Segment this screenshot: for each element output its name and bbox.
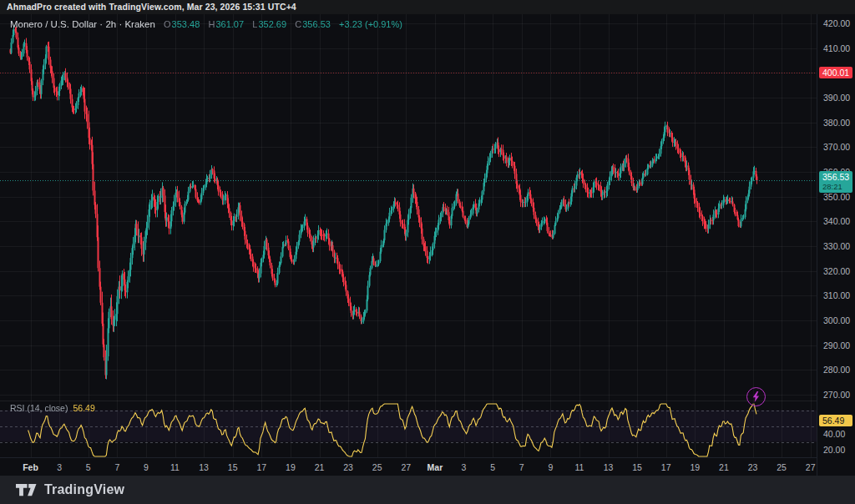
ohlc-low: L352.69 [252, 19, 286, 29]
price-tick: 320.00 [823, 266, 850, 276]
price-tick: 310.00 [823, 290, 850, 300]
rsi-title: RSI (14, close) [10, 403, 68, 413]
price-axis[interactable]: 420.00410.00400.00390.00380.00370.00360.… [817, 14, 855, 476]
price-chart-canvas[interactable] [0, 14, 817, 457]
price-tick: 420.00 [823, 18, 850, 28]
time-tick: 25 [777, 462, 787, 472]
time-tick: 11 [170, 462, 180, 472]
tradingview-chart-screen: AhmadPro created with TradingView.com, M… [0, 0, 855, 504]
rsi-value-label: 56.49 [819, 415, 852, 426]
time-tick: 21 [315, 462, 325, 472]
price-tick: 350.00 [823, 192, 850, 202]
time-tick: 13 [604, 462, 614, 472]
price-tick: 390.00 [823, 93, 850, 103]
watermark-bar: AhmadPro created with TradingView.com, M… [0, 0, 855, 14]
ohlc-open: O353.48 [164, 19, 200, 29]
time-tick: Mar [428, 462, 443, 472]
brand-name[interactable]: TradingView [44, 482, 124, 497]
tradingview-logo[interactable] [16, 484, 37, 496]
price-tick: 300.00 [823, 315, 850, 325]
price-tick: 280.00 [823, 365, 850, 375]
time-tick: 9 [144, 462, 149, 472]
rsi-axis-tick: 40.00 [823, 429, 845, 439]
time-tick: 23 [343, 462, 353, 472]
lightning-icon [751, 391, 761, 402]
time-tick: 7 [519, 462, 524, 472]
time-tick: 15 [632, 462, 642, 472]
symbol-title[interactable]: Monero / U.S. Dollar · 2h · Kraken [10, 19, 155, 29]
time-tick: 7 [114, 462, 119, 472]
footer-bar: TradingView [0, 476, 855, 504]
price-tick: 330.00 [823, 241, 850, 251]
last-price-label: 356.5328:21 [819, 171, 852, 193]
alert-price-label[interactable]: 400.01 [819, 67, 852, 78]
time-tick: 25 [372, 462, 382, 472]
time-tick: 21 [719, 462, 729, 472]
rsi-indicator-legend[interactable]: RSI (14, close)56.49 [10, 403, 95, 413]
time-tick: 27 [401, 462, 411, 472]
time-tick: 13 [199, 462, 209, 472]
lightning-badge[interactable] [746, 387, 766, 406]
rsi-value: 56.49 [73, 403, 94, 413]
price-tick: 340.00 [823, 216, 850, 226]
time-tick: 19 [690, 462, 700, 472]
time-tick: 17 [256, 462, 266, 472]
ohlc-change: +3.23 (+0.91%) [339, 19, 402, 29]
symbol-legend: Monero / U.S. Dollar · 2h · Kraken O353.… [10, 19, 402, 29]
time-tick: 27 [806, 462, 816, 472]
price-tick: 410.00 [823, 43, 850, 53]
time-tick: 17 [661, 462, 671, 472]
time-tick: 23 [748, 462, 758, 472]
time-tick: 19 [286, 462, 296, 472]
time-tick: 3 [462, 462, 467, 472]
ohlc-close: C356.53 [295, 19, 331, 29]
time-tick: 5 [490, 462, 495, 472]
price-tick: 270.00 [823, 390, 850, 400]
time-tick: 5 [86, 462, 91, 472]
price-tick: 380.00 [823, 118, 850, 128]
price-tick: 290.00 [823, 340, 850, 350]
time-tick: Feb [23, 462, 38, 472]
time-tick: 9 [548, 462, 553, 472]
ohlc-high: H361.07 [208, 19, 244, 29]
time-axis[interactable]: Feb3579111315171921232527Mar357911131517… [0, 457, 817, 476]
price-tick: 370.00 [823, 142, 850, 152]
time-tick: 11 [574, 462, 584, 472]
rsi-axis-tick: 20.00 [823, 445, 845, 455]
time-tick: 3 [57, 462, 62, 472]
time-tick: 15 [228, 462, 238, 472]
watermark-text: AhmadPro created with TradingView.com, M… [7, 2, 296, 12]
